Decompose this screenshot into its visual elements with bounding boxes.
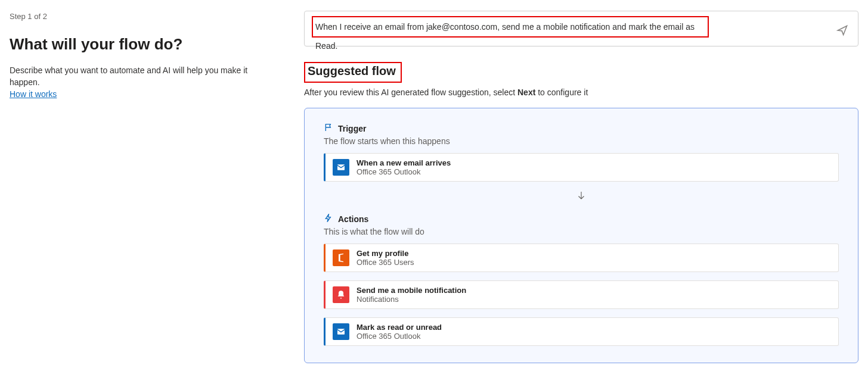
- action-step-title: Mark as read or unread: [356, 323, 831, 332]
- suggested-description: After you review this AI generated flow …: [304, 88, 858, 97]
- action-step-card[interactable]: Send me a mobile notification Notificati…: [324, 280, 839, 309]
- lightning-icon: [324, 213, 333, 224]
- trigger-step-connector: Office 365 Outlook: [356, 167, 831, 176]
- step-label: Step 1 of 2: [10, 12, 271, 21]
- bell-icon: [333, 286, 349, 303]
- office-icon: [333, 249, 349, 266]
- how-it-works-link[interactable]: How it works: [10, 89, 57, 99]
- action-step-card[interactable]: Get my profile Office 365 Users: [324, 244, 839, 272]
- input-text-highlight: When I receive an email from jake@contos…: [312, 16, 709, 38]
- actions-label: Actions: [338, 214, 368, 224]
- actions-section-header: Actions: [324, 213, 839, 224]
- flow-card: Trigger The flow starts when this happen…: [304, 108, 858, 363]
- suggested-desc-before: After you review this AI generated flow …: [304, 88, 517, 97]
- arrow-down-icon: [324, 190, 839, 202]
- trigger-label: Trigger: [338, 124, 366, 133]
- trigger-section-header: Trigger: [324, 123, 839, 134]
- action-step-connector: Notifications: [356, 295, 831, 304]
- trigger-step-content: When a new email arrives Office 365 Outl…: [356, 158, 831, 176]
- suggested-desc-after: to configure it: [535, 88, 588, 97]
- action-step-card[interactable]: Mark as read or unread Office 365 Outloo…: [324, 317, 839, 346]
- trigger-step-card[interactable]: When a new email arrives Office 365 Outl…: [324, 153, 839, 182]
- trigger-subtitle: The flow starts when this happens: [324, 136, 839, 146]
- action-step-connector: Office 365 Users: [356, 258, 831, 267]
- action-step-content: Mark as read or unread Office 365 Outloo…: [356, 323, 831, 341]
- page-title: What will your flow do?: [10, 35, 271, 54]
- page-description: Describe what you want to automate and A…: [10, 64, 271, 100]
- action-step-title: Get my profile: [356, 249, 831, 258]
- send-icon[interactable]: [836, 24, 848, 36]
- trigger-step-title: When a new email arrives: [356, 158, 831, 167]
- suggested-desc-bold: Next: [517, 88, 535, 97]
- flow-description-input[interactable]: When I receive an email from jake@contos…: [304, 11, 858, 46]
- action-step-content: Get my profile Office 365 Users: [356, 249, 831, 267]
- right-panel: When I receive an email from jake@contos…: [280, 0, 868, 390]
- outlook-icon: [333, 159, 349, 176]
- input-text: When I receive an email from jake@contos…: [315, 22, 695, 51]
- page-desc-text: Describe what you want to automate and A…: [10, 65, 247, 87]
- action-step-content: Send me a mobile notification Notificati…: [356, 286, 831, 304]
- outlook-icon: [333, 323, 349, 340]
- suggested-heading-highlight: Suggested flow: [304, 62, 402, 83]
- suggested-heading: Suggested flow: [308, 64, 396, 78]
- action-step-connector: Office 365 Outlook: [356, 332, 831, 341]
- actions-subtitle: This is what the flow will do: [324, 227, 839, 236]
- flag-icon: [324, 123, 333, 134]
- action-step-title: Send me a mobile notification: [356, 286, 831, 295]
- left-panel: Step 1 of 2 What will your flow do? Desc…: [0, 0, 280, 390]
